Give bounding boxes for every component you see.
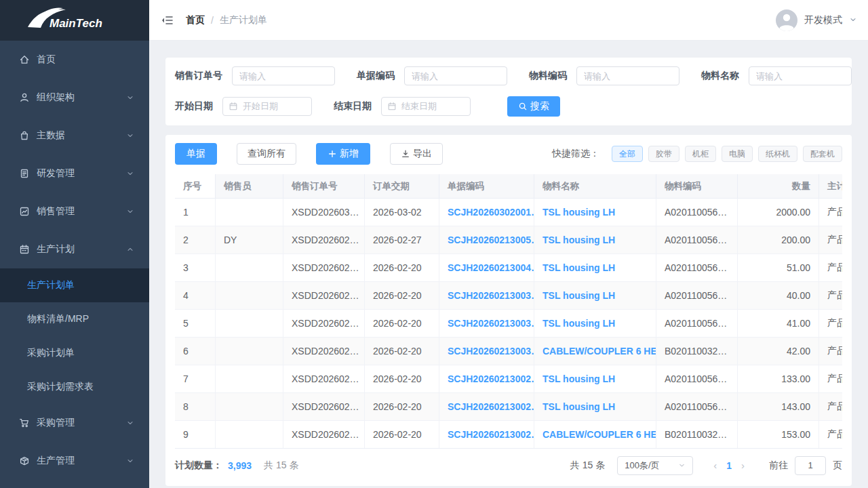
sidebar-item[interactable]: 生产管理: [0, 442, 149, 480]
filter-input[interactable]: [232, 66, 335, 85]
sidebar-item[interactable]: 主数据: [0, 117, 149, 155]
cell-code: B020110032…: [656, 421, 738, 448]
goto-page-input[interactable]: [795, 456, 826, 475]
cell-plan: 产品: [819, 282, 842, 310]
table-footer: 计划数量： 3,993 共 15 条 共 15 条 100条/页 ‹ 1 › 前…: [175, 448, 842, 482]
cell-qty: 143.00: [738, 393, 819, 421]
filter-date-field: 结束日期 结束日期: [334, 97, 471, 116]
cell-plan: 产品: [819, 226, 842, 254]
column-header: 主计: [819, 174, 842, 199]
filter-input[interactable]: [404, 66, 507, 85]
quick-filter-chip[interactable]: 胶带: [648, 146, 679, 162]
quick-filter-chip[interactable]: 机柜: [685, 146, 716, 162]
filter-row-1: 销售订单号 单据编码 物料编码 物料名称: [175, 66, 842, 85]
cell-no: 3: [175, 254, 216, 282]
filter-input[interactable]: [576, 66, 679, 85]
table-row[interactable]: 5XSDD202602…2026-02-20SCJH20260213003…TS…: [175, 310, 842, 338]
cell-no: 2: [175, 226, 216, 254]
cell-plan: 产品: [819, 199, 842, 226]
cell-code: A020110056…: [656, 199, 738, 226]
cell-date: 2026-02-27: [365, 226, 439, 254]
table-row[interactable]: 2DYXSDD202602…2026-02-27SCJH20260213005……: [175, 226, 842, 254]
breadcrumb-current: 生产计划单: [220, 14, 267, 26]
table-row[interactable]: 8XSDD202602…2026-02-20SCJH20260213002…TS…: [175, 393, 842, 421]
cell-sales: [216, 254, 283, 282]
next-page-button[interactable]: ›: [741, 460, 745, 471]
table-row[interactable]: 1XSDD202603…2026-03-02SCJH20260302001…TS…: [175, 199, 842, 226]
sidebar-subitem[interactable]: 生产计划单: [0, 268, 149, 302]
cell-material-link[interactable]: CABLEW/COUPLER 6 HE: [534, 421, 656, 448]
sidebar-item[interactable]: 采购管理: [0, 404, 149, 442]
cell-sales: [216, 421, 283, 448]
cell-doc-link[interactable]: SCJH20260213002…: [439, 421, 534, 448]
table-panel: 单据 查询所有 新增 导出 快捷筛选： 全部胶带机柜电脑纸杯机配套机 序号销售员…: [165, 135, 852, 486]
cell-order: XSDD202602…: [283, 310, 365, 338]
cell-sales: [216, 365, 283, 393]
cell-material-link[interactable]: TSL housing LH: [534, 254, 656, 282]
cell-doc-link[interactable]: SCJH20260213003…: [439, 310, 534, 338]
table-row[interactable]: 3XSDD202602…2026-02-20SCJH20260213004…TS…: [175, 254, 842, 282]
quick-filter: 快捷筛选： 全部胶带机柜电脑纸杯机配套机: [552, 146, 842, 162]
sidebar-subitem[interactable]: 采购计划单: [0, 336, 149, 370]
cell-material-link[interactable]: TSL housing LH: [534, 310, 656, 338]
cell-doc-link[interactable]: SCJH20260213002…: [439, 393, 534, 421]
sidebar-subitem[interactable]: 物料清单/MRP: [0, 302, 149, 336]
sidebar-item[interactable]: 首页: [0, 41, 149, 79]
quick-filter-chip[interactable]: 全部: [612, 146, 643, 162]
table-row[interactable]: 7XSDD202602…2026-02-20SCJH20260213002…TS…: [175, 365, 842, 393]
cell-material-link[interactable]: TSL housing LH: [534, 365, 656, 393]
cell-no: 6: [175, 338, 216, 365]
column-header: 单据编码: [439, 174, 534, 199]
quick-filter-chip[interactable]: 纸杯机: [758, 146, 797, 162]
add-button[interactable]: 新增: [316, 143, 370, 165]
data-table: 序号销售员销售订单号订单交期单据编码物料名称物料编码数量主计 1XSDD2026…: [175, 174, 842, 448]
pagination: 共 15 条 100条/页 ‹ 1 › 前往 页: [570, 456, 842, 475]
cell-material-link[interactable]: CABLEW/COUPLER 6 HE: [534, 338, 656, 365]
breadcrumb-home[interactable]: 首页: [186, 14, 205, 26]
sidebar-menu: 首页 组织架构 主数据 研发管理 销售管理 生产计划 生产计划单物料清单/MRP…: [0, 41, 149, 480]
doc-button[interactable]: 单据: [175, 143, 217, 165]
cell-qty: 40.00: [738, 282, 819, 310]
cell-doc-link[interactable]: SCJH20260213004…: [439, 254, 534, 282]
chevron-down-icon: [126, 94, 134, 102]
sidebar-item[interactable]: 销售管理: [0, 192, 149, 230]
user-menu[interactable]: 开发模式: [776, 9, 857, 31]
cell-doc-link[interactable]: SCJH20260213005…: [439, 226, 534, 254]
date-input[interactable]: 开始日期: [222, 97, 312, 116]
cell-material-link[interactable]: TSL housing LH: [534, 393, 656, 421]
quick-filter-chip[interactable]: 电脑: [722, 146, 753, 162]
current-page[interactable]: 1: [726, 460, 732, 471]
cell-order: XSDD202602…: [283, 226, 365, 254]
cell-doc-link[interactable]: SCJH20260213002…: [439, 365, 534, 393]
cell-material-link[interactable]: TSL housing LH: [534, 199, 656, 226]
cell-doc-link[interactable]: SCJH20260213003…: [439, 338, 534, 365]
sidebar-item[interactable]: 研发管理: [0, 155, 149, 192]
table-row[interactable]: 4XSDD202602…2026-02-20SCJH20260213003…TS…: [175, 282, 842, 310]
filter-input[interactable]: [749, 66, 852, 85]
search-button[interactable]: 搜索: [507, 96, 560, 117]
plan-qty-value: 3,993: [228, 460, 252, 471]
quick-filter-chip[interactable]: 配套机: [803, 146, 842, 162]
sidebar-item[interactable]: 组织架构: [0, 79, 149, 117]
table-row[interactable]: 6XSDD202602…2026-02-20SCJH20260213003…CA…: [175, 338, 842, 365]
column-header: 销售员: [216, 174, 283, 199]
cell-qty: 2000.00: [738, 199, 819, 226]
cell-sales: [216, 393, 283, 421]
cell-material-link[interactable]: TSL housing LH: [534, 282, 656, 310]
sidebar-item[interactable]: 生产计划: [0, 230, 149, 268]
cell-order: XSDD202602…: [283, 254, 365, 282]
plus-icon: [328, 149, 337, 159]
cell-code: B020110032…: [656, 338, 738, 365]
cell-doc-link[interactable]: SCJH20260213003…: [439, 282, 534, 310]
page-size-select[interactable]: 100条/页: [617, 456, 693, 475]
sidebar-fold-icon[interactable]: [160, 13, 175, 28]
column-header: 销售订单号: [283, 174, 365, 199]
date-input[interactable]: 结束日期: [381, 97, 471, 116]
cell-material-link[interactable]: TSL housing LH: [534, 226, 656, 254]
table-row[interactable]: 9XSDD202602…2026-02-20SCJH20260213002…CA…: [175, 421, 842, 448]
prev-page-button[interactable]: ‹: [713, 460, 717, 471]
cell-doc-link[interactable]: SCJH20260302001…: [439, 199, 534, 226]
query-all-button[interactable]: 查询所有: [237, 143, 296, 165]
sidebar-subitem[interactable]: 采购计划需求表: [0, 370, 149, 404]
export-button[interactable]: 导出: [390, 143, 443, 165]
